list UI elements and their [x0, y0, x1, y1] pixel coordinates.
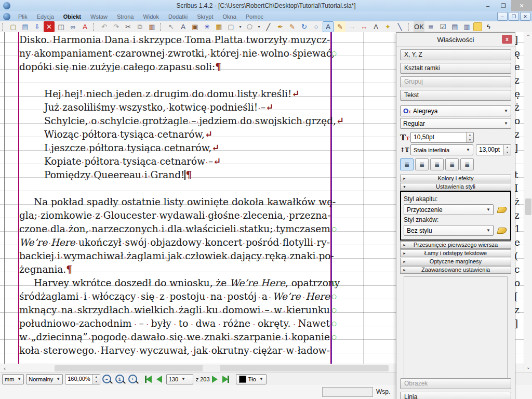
spin-up-icon[interactable]: ▲	[93, 375, 100, 379]
preflight-verifier-icon[interactable]: ∞	[68, 21, 78, 32]
pdf-combobox-icon[interactable]: ▤	[449, 21, 460, 32]
story-editor-icon[interactable]: ✎	[335, 21, 345, 32]
menu-item[interactable]: Skrypt	[192, 14, 218, 20]
text-line[interactable]: południowo-zachodnim – były to dwa różne…	[19, 317, 330, 330]
text-line[interactable]: czone dla żon, narzeczonych i dla właści…	[19, 222, 330, 236]
text-line[interactable]	[19, 74, 330, 87]
text-line[interactable]: Hej hej! niech jeden z drugim do domu li…	[19, 87, 330, 101]
pdf-link-annotation-icon[interactable]: ϟ	[483, 21, 494, 32]
text-line[interactable]: Kopiate półtora tysiąca cetnarów –↵	[19, 155, 330, 168]
insert-table-icon[interactable]: ▦	[214, 21, 224, 32]
menu-item[interactable]: Plik	[14, 14, 32, 20]
text-line[interactable]: żegnania.¶	[19, 263, 330, 276]
link-text-frames-icon[interactable]: →	[347, 21, 357, 32]
zoom-tool-icon[interactable]: ○	[311, 21, 322, 32]
insert-render-frame-icon[interactable]: ✳	[202, 21, 212, 32]
spin-down-icon[interactable]: ▼	[504, 150, 511, 155]
previous-page-button[interactable]	[155, 376, 163, 383]
measurements-icon[interactable]: Λ	[370, 21, 381, 32]
zoom-in-button[interactable]: +	[128, 375, 137, 383]
layer-select[interactable]: Tło ▼	[236, 374, 267, 384]
edit-contents-icon[interactable]: A	[323, 21, 334, 32]
text-line[interactable]: ny akompaniament czarownej zwrotki, któr…	[19, 47, 330, 60]
horizontal-scrollbar-track[interactable]	[55, 365, 389, 371]
text-line[interactable]: Wioząc półtora tysiąca cetnarów,↵	[19, 128, 330, 141]
insert-bezier-curve-icon[interactable]: ✒	[275, 21, 286, 32]
text-line[interactable]: I jeszcze półtora tysiąca cetnarów,↵	[19, 141, 330, 155]
collapsed-section-bar[interactable]: ► Zaawansowane ustawienia	[400, 266, 511, 274]
mdi-button[interactable]: –	[497, 12, 508, 21]
print-document-icon[interactable]: ◫	[56, 21, 66, 32]
close-icon[interactable]: x	[502, 35, 512, 44]
text-line[interactable]: gla; ziomkowie z Gloucester wydawali gło…	[19, 209, 330, 222]
zoom-level-spinner[interactable]: 160,00% ▲▼	[65, 374, 100, 384]
text-line[interactable]: Schylcie, o schylcie grotżagle – jedziem…	[19, 114, 330, 128]
copy-item-properties-icon[interactable]: ✦	[382, 21, 393, 32]
text-line[interactable]	[19, 182, 330, 195]
text-line[interactable]: Na pokład spadły ostatnie listy owinięte…	[19, 195, 330, 209]
new-document-icon[interactable]: ▢	[8, 21, 19, 32]
open-document-icon[interactable]: ▤	[20, 21, 31, 32]
clear-paragraph-style-icon[interactable]	[496, 205, 508, 214]
bar-colors-effects[interactable]: ► Kolory i efekty	[400, 175, 511, 182]
paragraph-style-select[interactable]: Przytoczenie ▼	[404, 204, 494, 215]
clear-character-style-icon[interactable]	[496, 226, 508, 235]
line-spacing-mode-select[interactable]: Stała interlinia ▼	[410, 144, 473, 155]
font-style-select[interactable]: Regular ▼	[400, 118, 511, 129]
insert-polygon-icon[interactable]: ⬠	[244, 21, 255, 32]
copy-icon[interactable]: ⧉	[135, 21, 145, 32]
align-force-justify-icon[interactable]: ≣	[460, 158, 474, 170]
menu-item[interactable]: Edycja	[32, 14, 59, 20]
collapsed-section-bar[interactable]: ► Łamy i odstępy tekstowe	[400, 249, 511, 257]
menu-item[interactable]: Pomoc	[241, 14, 268, 20]
text-line[interactable]: koła sterowego. Harvey wyczuwał, jak okr…	[19, 344, 330, 357]
scroll-left-icon[interactable]: ‹	[1, 365, 8, 372]
redo-icon[interactable]: ↷	[111, 21, 122, 32]
undo-icon[interactable]: ↶	[99, 21, 110, 32]
collapsed-section-bar[interactable]: ► Przesunięcie pierwszego wiersza	[400, 241, 511, 249]
section-line[interactable]: Linia	[400, 392, 511, 399]
text-line[interactable]: Harvey wkrótce doszedł do wniosku, że We…	[19, 276, 330, 290]
section-xyz[interactable]: X, Y, Z	[400, 49, 511, 60]
export-pdf-icon[interactable]: A	[79, 21, 90, 32]
save-document-icon[interactable]: ⇩	[32, 21, 43, 32]
vertical-scrollbar[interactable]: ⌃ ⌄	[524, 32, 532, 372]
scroll-down-icon[interactable]: ⌄	[525, 364, 532, 371]
restore-button[interactable]: ❐	[496, 0, 511, 11]
text-line[interactable]: Już zasoliliśmy wszystko, kotwicę podnie…	[19, 101, 330, 114]
zoom-out-button[interactable]: –	[102, 375, 111, 383]
menu-item[interactable]: Wstaw	[86, 14, 112, 20]
paste-icon[interactable]: ▥	[147, 21, 157, 32]
section-shape[interactable]: Kształt ramki	[400, 63, 511, 74]
line-spacing-spinner[interactable]: 13,00pt ▲▼	[476, 144, 511, 155]
zoom-100-button[interactable]: 1	[115, 375, 124, 383]
mdi-button[interactable]: ✕	[520, 12, 530, 21]
collapsed-section-bar[interactable]: ► Optyczne marginesy	[400, 258, 511, 265]
align-justify-icon[interactable]: ≣	[445, 158, 459, 170]
font-size-spinner[interactable]: 10,50pt ▲▼	[410, 132, 474, 143]
rotate-item-icon[interactable]: ↻	[299, 21, 310, 32]
next-page-button[interactable]	[211, 376, 219, 383]
section-text[interactable]: Tekst	[400, 90, 511, 101]
pdf-text-annotation-icon[interactable]	[473, 22, 482, 31]
insert-line-icon[interactable]: ╱	[263, 21, 274, 32]
pdf-checkbox-icon[interactable]: ☑	[437, 21, 448, 32]
mdi-button[interactable]: ❐	[509, 12, 519, 21]
font-family-select[interactable]: OT Alegreya ▼	[400, 105, 511, 116]
minimize-button[interactable]: –	[480, 0, 496, 11]
spin-down-icon[interactable]: ▼	[93, 379, 100, 384]
insert-text-frame-icon[interactable]: A	[178, 21, 189, 32]
scroll-up-icon[interactable]: ⌃	[525, 33, 532, 41]
spin-down-icon[interactable]: ▼	[467, 138, 473, 143]
page-number-select[interactable]: 130▼	[166, 374, 193, 384]
bar-style-settings[interactable]: ▼ Ustawienia styli	[400, 183, 511, 191]
insert-freehand-line-icon[interactable]: ✎	[287, 21, 298, 32]
text-line[interactable]: We’re Here ukończył swój objazdowy konce…	[19, 236, 330, 249]
spin-up-icon[interactable]: ▲	[467, 132, 473, 138]
last-page-button[interactable]	[222, 376, 229, 383]
polygon-dropdown-icon[interactable]: ▾	[256, 21, 262, 32]
insert-shape-icon[interactable]: ▢	[225, 21, 236, 32]
text-line[interactable]: backiej i wymachiwał żaglami jak człowie…	[19, 249, 330, 263]
spin-up-icon[interactable]: ▲	[504, 145, 511, 150]
menu-item[interactable]: Widok	[138, 14, 164, 20]
